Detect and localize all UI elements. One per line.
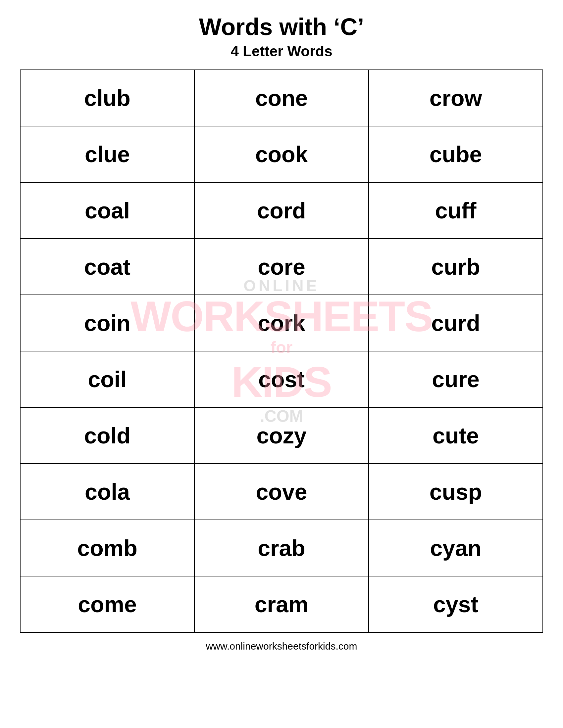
table-cell-2-2: cuff xyxy=(369,182,543,239)
table-row: coalcordcuff xyxy=(20,182,543,239)
word-cook: cook xyxy=(198,141,365,167)
word-cram: cram xyxy=(198,591,365,617)
table-cell-3-2: curb xyxy=(369,239,543,295)
table-cell-6-1: cozy xyxy=(194,407,369,464)
table-cell-0-2: crow xyxy=(369,70,543,126)
table-cell-3-1: core xyxy=(194,239,369,295)
table-cell-2-0: coal xyxy=(20,182,194,239)
table-cell-7-1: cove xyxy=(194,464,369,520)
table-cell-4-0: coin xyxy=(20,295,194,351)
word-coin: coin xyxy=(24,310,191,336)
table-cell-7-0: cola xyxy=(20,464,194,520)
word-core: core xyxy=(198,254,365,280)
word-cozy: cozy xyxy=(198,423,365,448)
table-cell-8-1: crab xyxy=(194,520,369,576)
table-cell-1-0: clue xyxy=(20,126,194,182)
word-table: clubconecrowcluecookcubecoalcordcuffcoat… xyxy=(20,69,543,633)
word-cyan: cyan xyxy=(372,535,539,561)
table-container: ONLINE WORKSHEETS for KIDS .COM clubcone… xyxy=(20,69,543,633)
table-cell-5-1: cost xyxy=(194,351,369,407)
word-curb: curb xyxy=(372,254,539,280)
table-cell-4-2: curd xyxy=(369,295,543,351)
footer-url: www.onlineworksheetsforkids.com xyxy=(206,641,357,652)
table-row: colacovecusp xyxy=(20,464,543,520)
word-club: club xyxy=(24,85,191,111)
word-cuff: cuff xyxy=(372,198,539,223)
word-cola: cola xyxy=(24,479,191,505)
word-cold: cold xyxy=(24,423,191,448)
table-row: coatcorecurb xyxy=(20,239,543,295)
page-title: Words with ‘C’ xyxy=(199,13,364,40)
table-cell-9-2: cyst xyxy=(369,576,543,632)
table-row: clubconecrow xyxy=(20,70,543,126)
table-cell-6-2: cute xyxy=(369,407,543,464)
table-cell-5-0: coil xyxy=(20,351,194,407)
word-coil: coil xyxy=(24,366,191,392)
table-cell-5-2: cure xyxy=(369,351,543,407)
word-curd: curd xyxy=(372,310,539,336)
table-cell-6-0: cold xyxy=(20,407,194,464)
word-cone: cone xyxy=(198,85,365,111)
word-cure: cure xyxy=(372,366,539,392)
page-subtitle: 4 Letter Words xyxy=(230,43,332,60)
word-cost: cost xyxy=(198,366,365,392)
table-cell-1-1: cook xyxy=(194,126,369,182)
table-row: coldcozycute xyxy=(20,407,543,464)
word-crow: crow xyxy=(372,85,539,111)
table-cell-9-1: cram xyxy=(194,576,369,632)
table-cell-7-2: cusp xyxy=(369,464,543,520)
table-row: combcrabcyan xyxy=(20,520,543,576)
table-row: comecramcyst xyxy=(20,576,543,632)
word-crab: crab xyxy=(198,535,365,561)
word-cyst: cyst xyxy=(372,591,539,617)
table-cell-0-0: club xyxy=(20,70,194,126)
word-cube: cube xyxy=(372,141,539,167)
word-come: come xyxy=(24,591,191,617)
word-clue: clue xyxy=(24,141,191,167)
word-cork: cork xyxy=(198,310,365,336)
table-row: cluecookcube xyxy=(20,126,543,182)
word-cove: cove xyxy=(198,479,365,505)
table-row: coilcostcure xyxy=(20,351,543,407)
table-cell-8-0: comb xyxy=(20,520,194,576)
word-cord: cord xyxy=(198,198,365,223)
table-row: coincorkcurd xyxy=(20,295,543,351)
word-comb: comb xyxy=(24,535,191,561)
word-cute: cute xyxy=(372,423,539,448)
table-cell-8-2: cyan xyxy=(369,520,543,576)
table-cell-2-1: cord xyxy=(194,182,369,239)
table-cell-0-1: cone xyxy=(194,70,369,126)
table-cell-4-1: cork xyxy=(194,295,369,351)
table-cell-9-0: come xyxy=(20,576,194,632)
table-cell-3-0: coat xyxy=(20,239,194,295)
table-cell-1-2: cube xyxy=(369,126,543,182)
word-coal: coal xyxy=(24,198,191,223)
word-cusp: cusp xyxy=(372,479,539,505)
word-coat: coat xyxy=(24,254,191,280)
